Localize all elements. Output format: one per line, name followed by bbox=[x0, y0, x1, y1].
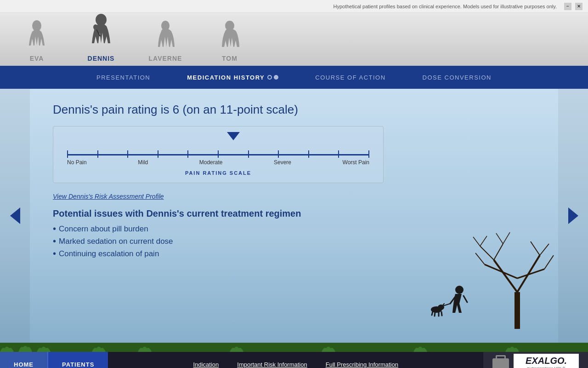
patient-item-laverne[interactable]: LAVERNE bbox=[147, 18, 184, 66]
disclaimer-text: Hypothetical patient profiles based on c… bbox=[333, 4, 557, 9]
dot-1 bbox=[267, 75, 272, 80]
pain-scale-title: PAIN RATING SCALE bbox=[67, 170, 369, 176]
right-nav-arrow[interactable] bbox=[558, 89, 588, 343]
main-content: Dennis's pain rating is 6 (on an 11-poin… bbox=[0, 89, 588, 343]
patient-item-dennis[interactable]: DENNIS bbox=[83, 18, 119, 66]
issue-3: • Continuing escalation of pain bbox=[53, 248, 540, 259]
nav-dots bbox=[267, 75, 278, 80]
patient-name-dennis: DENNIS bbox=[88, 55, 115, 62]
content-inner: Dennis's pain rating is 6 (on an 11-poin… bbox=[30, 89, 558, 343]
tick-2 bbox=[127, 150, 128, 158]
svg-line-6 bbox=[494, 260, 517, 292]
patient-figure-eva bbox=[23, 18, 51, 55]
bullet-3: • bbox=[53, 248, 56, 259]
issue-1: • Concern about pill burden bbox=[53, 224, 540, 234]
pain-label-1: Mild bbox=[138, 159, 148, 166]
svg-line-22 bbox=[464, 296, 467, 302]
tick-6 bbox=[248, 150, 249, 158]
svg-line-26 bbox=[432, 311, 433, 315]
logo-sub: hydromorphone HCl) ® bbox=[527, 366, 565, 368]
logo-name: EXALGO. bbox=[526, 356, 567, 366]
svg-line-9 bbox=[517, 269, 544, 278]
right-arrow-shape bbox=[568, 207, 578, 224]
risk-info-link[interactable]: Important Risk Information bbox=[237, 361, 307, 368]
bullet-2: • bbox=[53, 236, 56, 247]
risk-assessment-link[interactable]: View Dennis's Risk Assessment Profile bbox=[53, 193, 164, 200]
pain-labels: No Pain Mild Moderate Severe Worst Pain bbox=[67, 159, 369, 166]
pain-label-3: Severe bbox=[274, 159, 291, 166]
svg-point-23 bbox=[431, 306, 442, 313]
pain-label-2: Moderate bbox=[199, 159, 223, 166]
nav-course-of-action[interactable]: COURSE OF ACTION bbox=[311, 66, 390, 89]
issue-2: • Marked sedation on current dose bbox=[53, 236, 540, 247]
nav-medication-history[interactable]: MEDICATION HISTORY bbox=[182, 66, 283, 89]
patient-header: EVA DENNIS LAVERNE bbox=[0, 13, 588, 66]
patient-figure-dennis bbox=[87, 18, 115, 55]
svg-line-8 bbox=[485, 264, 517, 278]
briefcase-icon[interactable] bbox=[492, 358, 509, 368]
patient-name-eva: EVA bbox=[30, 55, 44, 62]
tick-10 bbox=[368, 150, 369, 158]
svg-point-24 bbox=[438, 305, 444, 310]
prescribing-link[interactable]: Full Prescribing Information bbox=[326, 361, 398, 368]
pain-scale-ticks bbox=[67, 150, 369, 158]
svg-rect-5 bbox=[514, 292, 520, 329]
window-controls: − ✕ bbox=[564, 3, 582, 10]
tick-8 bbox=[308, 150, 309, 158]
tick-1 bbox=[97, 150, 98, 158]
patient-figure-laverne bbox=[152, 18, 179, 55]
tick-3 bbox=[158, 150, 158, 158]
bullet-1: • bbox=[53, 224, 56, 234]
footer: HOME PATIENTS Indication Important Risk … bbox=[0, 352, 588, 368]
indication-link[interactable]: Indication bbox=[193, 361, 219, 368]
grass-strip bbox=[0, 343, 588, 352]
patient-item-tom[interactable]: TOM bbox=[211, 18, 248, 66]
dot-2 bbox=[274, 75, 278, 80]
pain-label-0: No Pain bbox=[67, 159, 87, 166]
tick-4 bbox=[187, 150, 188, 158]
svg-point-20 bbox=[455, 286, 464, 294]
footer-links: Indication Important Risk Information Fu… bbox=[108, 361, 483, 368]
grass-svg bbox=[0, 343, 588, 352]
svg-line-29 bbox=[441, 312, 442, 316]
svg-line-13 bbox=[540, 244, 549, 255]
left-arrow-shape bbox=[10, 207, 20, 224]
footer-logo: EXALGO. hydromorphone HCl) ® Extended-Re… bbox=[483, 352, 588, 368]
pain-scale-line bbox=[67, 154, 369, 155]
left-nav-arrow[interactable] bbox=[0, 89, 30, 343]
patients-button[interactable]: PATIENTS bbox=[47, 352, 108, 368]
patient-name-tom: TOM bbox=[222, 55, 237, 62]
tick-9 bbox=[338, 150, 339, 158]
tick-0 bbox=[67, 150, 68, 158]
pain-indicator bbox=[227, 132, 240, 140]
svg-line-21 bbox=[450, 297, 455, 304]
page-title: Dennis's pain rating is 6 (on an 11-poin… bbox=[53, 103, 540, 117]
disclaimer-bar: Hypothetical patient profiles based on c… bbox=[0, 0, 588, 13]
svg-point-2 bbox=[93, 24, 98, 30]
patient-item-eva[interactable]: EVA bbox=[18, 18, 55, 66]
nav-presentation[interactable]: PRESENTATION bbox=[92, 66, 155, 89]
pain-label-4: Worst Pain bbox=[343, 159, 369, 166]
home-button[interactable]: HOME bbox=[0, 352, 47, 368]
nav-bar: PRESENTATION MEDICATION HISTORY COURSE O… bbox=[0, 66, 588, 89]
exalgo-logo: EXALGO. hydromorphone HCl) ® Extended-Re… bbox=[514, 354, 579, 368]
issues-title: Potential issues with Dennis's current t… bbox=[53, 208, 540, 219]
patient-name-laverne: LAVERNE bbox=[149, 55, 182, 62]
tick-5 bbox=[218, 150, 219, 158]
patient-figure-tom bbox=[216, 18, 243, 55]
svg-line-25 bbox=[442, 304, 444, 306]
nav-dose-conversion[interactable]: DOSE CONVERSION bbox=[418, 66, 496, 89]
close-button[interactable]: ✕ bbox=[575, 3, 582, 10]
minimize-button[interactable]: − bbox=[564, 3, 571, 10]
tick-7 bbox=[278, 150, 279, 158]
svg-rect-30 bbox=[0, 343, 588, 352]
issues-section: Potential issues with Dennis's current t… bbox=[53, 208, 540, 259]
pain-scale-box: No Pain Mild Moderate Severe Worst Pain … bbox=[53, 126, 384, 183]
svg-line-27 bbox=[435, 312, 435, 316]
pain-scale-track: No Pain Mild Moderate Severe Worst Pain bbox=[67, 154, 369, 166]
svg-line-7 bbox=[517, 255, 540, 292]
svg-line-15 bbox=[544, 255, 554, 269]
